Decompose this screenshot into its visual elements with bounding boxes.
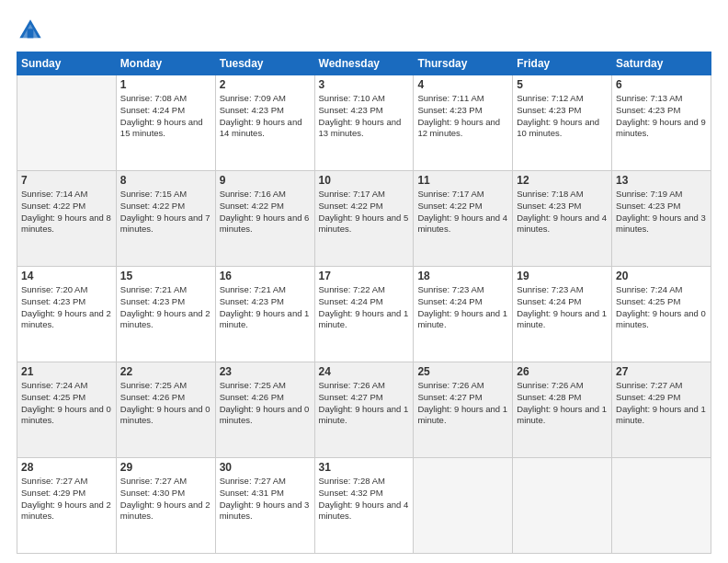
calendar-cell: 23Sunrise: 7:25 AMSunset: 4:26 PMDayligh… — [215, 362, 314, 458]
sunrise-text: Sunrise: 7:10 AM — [319, 93, 410, 105]
calendar-cell: 2Sunrise: 7:09 AMSunset: 4:23 PMDaylight… — [215, 75, 314, 171]
daylight-text: Daylight: 9 hours and 14 minutes. — [220, 117, 311, 141]
day-number: 26 — [517, 365, 608, 378]
calendar-cell: 27Sunrise: 7:27 AMSunset: 4:29 PMDayligh… — [612, 362, 711, 458]
calendar-cell: 28Sunrise: 7:27 AMSunset: 4:29 PMDayligh… — [17, 458, 117, 554]
day-number: 28 — [21, 461, 112, 474]
daylight-text: Daylight: 9 hours and 2 minutes. — [120, 308, 211, 332]
sunset-text: Sunset: 4:23 PM — [616, 105, 707, 117]
sunrise-text: Sunrise: 7:27 AM — [21, 476, 112, 488]
day-number: 16 — [220, 270, 311, 282]
calendar-cell: 1Sunrise: 7:08 AMSunset: 4:24 PMDaylight… — [116, 75, 215, 171]
sunset-text: Sunset: 4:25 PM — [21, 392, 112, 404]
calendar-cell: 14Sunrise: 7:20 AMSunset: 4:23 PMDayligh… — [17, 267, 117, 362]
day-number: 18 — [417, 270, 508, 282]
daylight-text: Daylight: 9 hours and 4 minutes. — [417, 213, 508, 236]
sunrise-text: Sunrise: 7:22 AM — [319, 284, 410, 296]
daylight-text: Daylight: 9 hours and 1 minute. — [417, 308, 508, 332]
daylight-text: Daylight: 9 hours and 1 minute. — [616, 404, 707, 428]
sunset-text: Sunset: 4:26 PM — [220, 392, 311, 404]
daylight-text: Daylight: 9 hours and 1 minute. — [319, 308, 410, 332]
calendar-cell: 30Sunrise: 7:27 AMSunset: 4:31 PMDayligh… — [215, 458, 314, 554]
sunset-text: Sunset: 4:24 PM — [417, 296, 508, 308]
weekday-header-wednesday: Wednesday — [314, 52, 414, 75]
sunrise-text: Sunrise: 7:24 AM — [616, 284, 707, 296]
daylight-text: Daylight: 9 hours and 3 minutes. — [616, 213, 707, 236]
day-number: 4 — [417, 78, 508, 91]
sunset-text: Sunset: 4:27 PM — [417, 392, 508, 404]
weekday-header-thursday: Thursday — [414, 52, 513, 75]
day-number: 17 — [319, 270, 410, 282]
calendar-cell: 21Sunrise: 7:24 AMSunset: 4:25 PMDayligh… — [17, 362, 117, 458]
sunset-text: Sunset: 4:22 PM — [21, 201, 112, 213]
sunrise-text: Sunrise: 7:23 AM — [517, 284, 608, 296]
sunrise-text: Sunrise: 7:13 AM — [616, 93, 707, 105]
svg-rect-2 — [28, 29, 34, 38]
sunrise-text: Sunrise: 7:27 AM — [616, 380, 707, 392]
weekday-header-sunday: Sunday — [17, 52, 117, 75]
day-number: 25 — [417, 365, 508, 378]
day-number: 21 — [21, 365, 112, 378]
calendar-cell — [513, 458, 612, 554]
sunset-text: Sunset: 4:22 PM — [220, 201, 311, 213]
calendar-cell — [612, 458, 711, 554]
calendar-cell: 3Sunrise: 7:10 AMSunset: 4:23 PMDaylight… — [314, 75, 414, 171]
sunrise-text: Sunrise: 7:27 AM — [120, 476, 211, 488]
sunset-text: Sunset: 4:23 PM — [220, 296, 311, 308]
sunset-text: Sunset: 4:31 PM — [220, 488, 311, 500]
calendar-cell: 5Sunrise: 7:12 AMSunset: 4:23 PMDaylight… — [513, 75, 612, 171]
sunset-text: Sunset: 4:22 PM — [319, 201, 410, 213]
daylight-text: Daylight: 9 hours and 0 minutes. — [616, 308, 707, 332]
calendar-cell: 24Sunrise: 7:26 AMSunset: 4:27 PMDayligh… — [314, 362, 414, 458]
sunrise-text: Sunrise: 7:23 AM — [417, 284, 508, 296]
calendar-cell: 20Sunrise: 7:24 AMSunset: 4:25 PMDayligh… — [612, 267, 711, 362]
sunset-text: Sunset: 4:32 PM — [319, 488, 410, 500]
calendar-week-row: 1Sunrise: 7:08 AMSunset: 4:24 PMDaylight… — [17, 75, 711, 171]
calendar-cell: 4Sunrise: 7:11 AMSunset: 4:23 PMDaylight… — [414, 75, 513, 171]
header — [17, 17, 711, 44]
weekday-header-saturday: Saturday — [612, 52, 711, 75]
calendar-cell: 6Sunrise: 7:13 AMSunset: 4:23 PMDaylight… — [612, 75, 711, 171]
calendar-cell — [414, 458, 513, 554]
daylight-text: Daylight: 9 hours and 10 minutes. — [517, 117, 608, 141]
sunset-text: Sunset: 4:28 PM — [517, 392, 608, 404]
sunset-text: Sunset: 4:23 PM — [120, 296, 211, 308]
calendar-cell: 22Sunrise: 7:25 AMSunset: 4:26 PMDayligh… — [116, 362, 215, 458]
calendar-cell: 13Sunrise: 7:19 AMSunset: 4:23 PMDayligh… — [612, 171, 711, 267]
sunrise-text: Sunrise: 7:28 AM — [319, 476, 410, 488]
sunset-text: Sunset: 4:23 PM — [220, 105, 311, 117]
day-number: 9 — [220, 174, 311, 187]
sunrise-text: Sunrise: 7:21 AM — [220, 284, 311, 296]
day-number: 29 — [120, 461, 211, 474]
day-number: 20 — [616, 270, 707, 282]
sunrise-text: Sunrise: 7:17 AM — [417, 189, 508, 201]
sunrise-text: Sunrise: 7:25 AM — [220, 380, 311, 392]
daylight-text: Daylight: 9 hours and 2 minutes. — [120, 500, 211, 523]
day-number: 11 — [417, 174, 508, 187]
sunset-text: Sunset: 4:23 PM — [21, 296, 112, 308]
logo — [17, 17, 48, 44]
daylight-text: Daylight: 9 hours and 1 minute. — [319, 404, 410, 428]
page: SundayMondayTuesdayWednesdayThursdayFrid… — [0, 0, 728, 563]
sunset-text: Sunset: 4:24 PM — [517, 296, 608, 308]
daylight-text: Daylight: 9 hours and 5 minutes. — [319, 213, 410, 236]
calendar-cell: 29Sunrise: 7:27 AMSunset: 4:30 PMDayligh… — [116, 458, 215, 554]
sunrise-text: Sunrise: 7:15 AM — [120, 189, 211, 201]
calendar-table: SundayMondayTuesdayWednesdayThursdayFrid… — [17, 52, 711, 554]
calendar-cell: 16Sunrise: 7:21 AMSunset: 4:23 PMDayligh… — [215, 267, 314, 362]
day-number: 24 — [319, 365, 410, 378]
day-number: 7 — [21, 174, 112, 187]
sunrise-text: Sunrise: 7:18 AM — [517, 189, 608, 201]
calendar-cell: 12Sunrise: 7:18 AMSunset: 4:23 PMDayligh… — [513, 171, 612, 267]
sunrise-text: Sunrise: 7:26 AM — [319, 380, 410, 392]
weekday-header-friday: Friday — [513, 52, 612, 75]
daylight-text: Daylight: 9 hours and 2 minutes. — [21, 308, 112, 332]
sunset-text: Sunset: 4:22 PM — [120, 201, 211, 213]
day-number: 22 — [120, 365, 211, 378]
calendar-cell: 10Sunrise: 7:17 AMSunset: 4:22 PMDayligh… — [314, 171, 414, 267]
calendar-cell: 17Sunrise: 7:22 AMSunset: 4:24 PMDayligh… — [314, 267, 414, 362]
calendar-cell: 8Sunrise: 7:15 AMSunset: 4:22 PMDaylight… — [116, 171, 215, 267]
weekday-header-monday: Monday — [116, 52, 215, 75]
calendar-cell: 18Sunrise: 7:23 AMSunset: 4:24 PMDayligh… — [414, 267, 513, 362]
sunrise-text: Sunrise: 7:24 AM — [21, 380, 112, 392]
